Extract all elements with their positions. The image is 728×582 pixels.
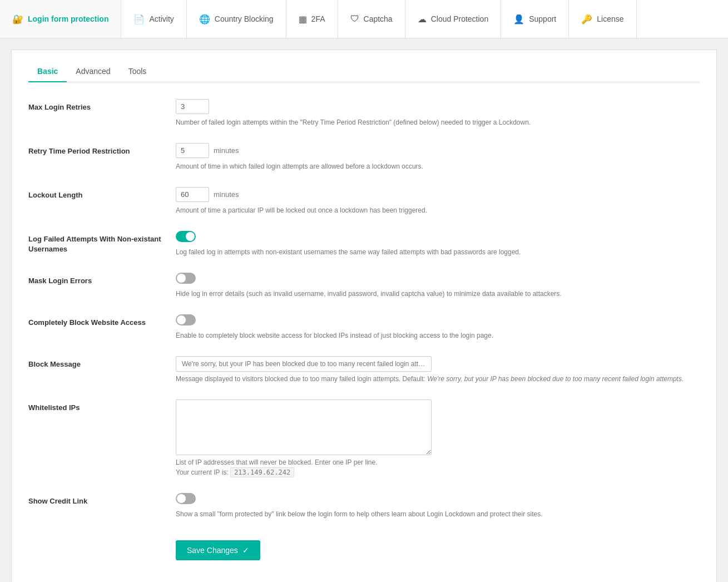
row-whitelisted-ips: Whitelisted IPs List of IP addresses tha…	[28, 399, 700, 477]
control-mask-login-errors: Hide log in error details (such as inval…	[176, 273, 700, 299]
desc-max-login-retries: Number of failed login attempts within t…	[176, 117, 700, 127]
row-mask-login-errors: Mask Login Errors Hide log in error deta…	[28, 273, 700, 299]
row-block-message: Block Message Message displayed to visit…	[28, 356, 700, 384]
desc-log-failed-attempts: Log failed log in attempts with non-exis…	[176, 247, 700, 257]
subtab-advanced[interactable]: Advanced	[67, 61, 119, 82]
unit-retry-time-period: minutes	[214, 146, 239, 155]
label-max-login-retries: Max Login Retries	[28, 99, 176, 112]
tab-activity-label: Activity	[149, 14, 174, 23]
tab-license-label: License	[597, 14, 623, 23]
label-retry-time-period: Retry Time Period Restriction	[28, 143, 176, 156]
control-whitelisted-ips: List of IP addresses that will never be …	[176, 399, 700, 477]
cloud-icon: ☁	[418, 14, 427, 24]
control-retry-time-period: minutes Amount of time in which failed l…	[176, 143, 700, 171]
tab-support-label: Support	[529, 14, 556, 23]
tab-cloud-protection[interactable]: ☁ Cloud Protection	[405, 0, 502, 38]
row-completely-block: Completely Block Website Access Enable t…	[28, 314, 700, 341]
tab-country-blocking[interactable]: 🌐 Country Blocking	[187, 0, 286, 38]
key-icon: 🔑	[581, 14, 592, 24]
activity-icon: 📄	[133, 14, 145, 24]
control-log-failed-attempts: Log failed log in attempts with non-exis…	[176, 231, 700, 257]
input-max-login-retries[interactable]	[176, 99, 209, 114]
current-ip: 213.149.62.242	[230, 467, 294, 477]
tab-captcha-label: Captcha	[364, 14, 393, 23]
unit-lockout-length: minutes	[214, 190, 239, 199]
save-section: Save Changes ✓	[28, 535, 700, 560]
tab-country-label: Country Blocking	[215, 14, 274, 23]
globe-icon: 🌐	[199, 14, 210, 24]
tab-2fa-label: 2FA	[311, 14, 325, 23]
desc-block-message: Message displayed to visitors blocked du…	[176, 374, 700, 384]
subtab-basic[interactable]: Basic	[28, 61, 67, 82]
control-completely-block: Enable to completely block website acces…	[176, 314, 700, 341]
label-log-failed-attempts: Log Failed Attempts With Non-existant Us…	[28, 231, 176, 254]
tab-license[interactable]: 🔑 License	[569, 0, 636, 38]
row-retry-time-period: Retry Time Period Restriction minutes Am…	[28, 143, 700, 171]
captcha-icon: 🛡	[350, 14, 359, 24]
label-show-credit-link: Show Credit Link	[28, 493, 176, 506]
input-block-message[interactable]	[176, 356, 432, 372]
support-icon: 👤	[513, 14, 524, 24]
toggle-completely-block[interactable]	[176, 314, 196, 325]
desc-completely-block: Enable to completely block website acces…	[176, 331, 700, 341]
label-mask-login-errors: Mask Login Errors	[28, 273, 176, 286]
tab-login-form-protection[interactable]: 🔐 Login form protection	[0, 0, 121, 38]
desc-show-credit-link: Show a small "form protected by" link be…	[176, 509, 700, 519]
main-content: Basic Advanced Tools Max Login Retries N…	[11, 50, 717, 582]
2fa-icon: ▦	[299, 14, 307, 24]
label-lockout-length: Lockout Length	[28, 187, 176, 200]
tab-2fa[interactable]: ▦ 2FA	[286, 0, 338, 38]
save-button[interactable]: Save Changes ✓	[176, 540, 260, 560]
sub-tabs: Basic Advanced Tools	[28, 61, 700, 82]
checkmark-icon: ✓	[242, 546, 249, 555]
tab-captcha[interactable]: 🛡 Captcha	[338, 0, 405, 38]
label-whitelisted-ips: Whitelisted IPs	[28, 399, 176, 413]
toggle-mask-login-errors[interactable]	[176, 273, 196, 284]
row-log-failed-attempts: Log Failed Attempts With Non-existant Us…	[28, 231, 700, 257]
label-block-message: Block Message	[28, 356, 176, 369]
row-lockout-length: Lockout Length minutes Amount of time a …	[28, 187, 700, 215]
tab-login-form-label: Login form protection	[28, 14, 108, 23]
tab-cloud-label: Cloud Protection	[431, 14, 489, 23]
label-completely-block: Completely Block Website Access	[28, 314, 176, 328]
control-lockout-length: minutes Amount of time a particular IP w…	[176, 187, 700, 215]
control-show-credit-link: Show a small "form protected by" link be…	[176, 493, 700, 519]
control-block-message: Message displayed to visitors blocked du…	[176, 356, 700, 384]
tab-activity[interactable]: 📄 Activity	[121, 0, 186, 38]
desc-whitelisted-ips: List of IP addresses that will never be …	[176, 457, 700, 477]
input-lockout-length[interactable]	[176, 187, 209, 202]
login-icon: 🔐	[12, 14, 23, 24]
input-retry-time-period[interactable]	[176, 143, 209, 158]
toggle-log-failed-attempts[interactable]	[176, 231, 196, 242]
textarea-whitelisted-ips[interactable]	[176, 399, 432, 455]
subtab-tools[interactable]: Tools	[120, 61, 156, 82]
save-button-label: Save Changes	[187, 546, 238, 555]
desc-lockout-length: Amount of time a particular IP will be l…	[176, 205, 700, 215]
tab-support[interactable]: 👤 Support	[501, 0, 569, 38]
desc-retry-time-period: Amount of time in which failed login att…	[176, 161, 700, 171]
row-max-login-retries: Max Login Retries Number of failed login…	[28, 99, 700, 127]
control-max-login-retries: Number of failed login attempts within t…	[176, 99, 700, 127]
row-show-credit-link: Show Credit Link Show a small "form prot…	[28, 493, 700, 519]
toggle-show-credit-link[interactable]	[176, 493, 196, 504]
desc-mask-login-errors: Hide log in error details (such as inval…	[176, 289, 700, 299]
top-nav: 🔐 Login form protection 📄 Activity 🌐 Cou…	[0, 0, 728, 38]
